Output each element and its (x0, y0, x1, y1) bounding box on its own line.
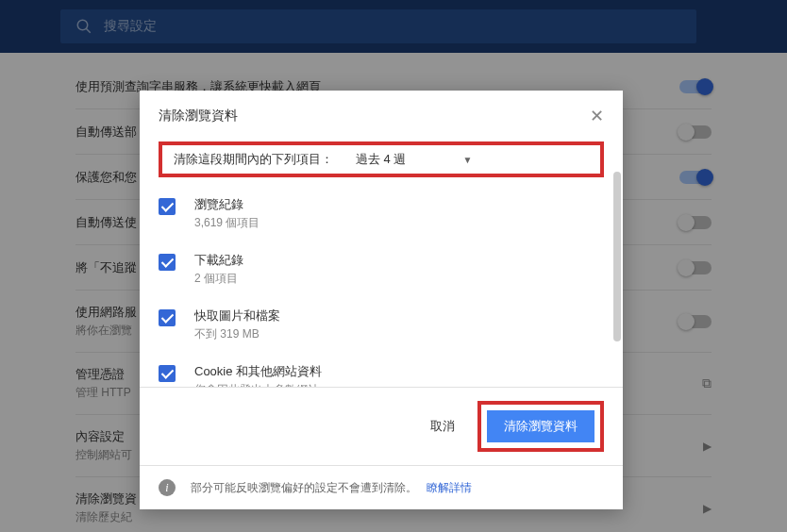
checkbox-item: 瀏覽紀錄3,619 個項目 (159, 189, 604, 244)
item-title: 快取圖片和檔案 (194, 308, 280, 324)
close-icon[interactable]: ✕ (590, 106, 604, 126)
item-subtitle: 3,619 個項目 (194, 215, 260, 231)
scrollbar[interactable] (613, 172, 621, 387)
learn-more-link[interactable]: 瞭解詳情 (427, 481, 472, 494)
checkbox[interactable] (159, 254, 176, 271)
item-subtitle: 不到 319 MB (194, 326, 280, 342)
checkbox-item: 快取圖片和檔案不到 319 MB (159, 300, 604, 356)
chevron-down-icon: ▼ (462, 155, 472, 165)
checkbox-item: Cookie 和其他網站資料您會因此登出大多數網站。 (159, 356, 604, 387)
checkbox[interactable] (159, 365, 176, 382)
clear-data-dialog: 清除瀏覽資料 ✕ 清除這段期間內的下列項目： 過去 4 週 ▼ 瀏覽紀錄3,61… (140, 91, 623, 509)
checkbox[interactable] (159, 198, 176, 215)
checkbox[interactable] (159, 309, 176, 326)
item-title: Cookie 和其他網站資料 (194, 363, 330, 380)
time-range-label: 清除這段期間內的下列項目： (174, 151, 333, 168)
time-range-dropdown[interactable]: 過去 4 週 ▼ (356, 151, 472, 168)
dialog-footer: 取消 清除瀏覽資料 (140, 387, 623, 465)
info-icon: i (159, 479, 176, 496)
item-title: 瀏覽紀錄 (194, 196, 260, 213)
dialog-info: i 部分可能反映瀏覽偏好的設定不會遭到清除。 瞭解詳情 (140, 465, 623, 509)
dialog-title: 清除瀏覽資料 (159, 108, 238, 125)
time-range-value: 過去 4 週 (356, 151, 406, 168)
dialog-body: 清除這段期間內的下列項目： 過去 4 週 ▼ 瀏覽紀錄3,619 個項目下載紀錄… (140, 134, 623, 387)
dialog-header: 清除瀏覽資料 ✕ (140, 91, 623, 134)
cancel-button[interactable]: 取消 (430, 418, 455, 435)
checkbox-item: 下載紀錄2 個項目 (159, 244, 604, 300)
clear-button[interactable]: 清除瀏覽資料 (487, 410, 594, 442)
info-text: 部分可能反映瀏覽偏好的設定不會遭到清除。 (191, 481, 417, 494)
item-subtitle: 您會因此登出大多數網站。 (194, 382, 330, 387)
item-subtitle: 2 個項目 (194, 271, 243, 287)
clear-button-highlight: 清除瀏覽資料 (477, 401, 604, 452)
time-range-highlight: 清除這段期間內的下列項目： 過去 4 週 ▼ (159, 141, 604, 177)
item-title: 下載紀錄 (194, 252, 243, 269)
